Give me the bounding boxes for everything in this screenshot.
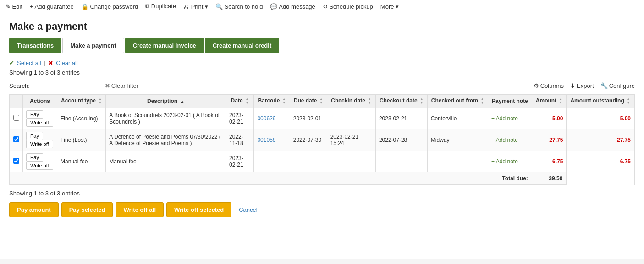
print-link[interactable]: 🖨 Print ▾ bbox=[183, 3, 208, 10]
table-container: Actions Account type ▲▼ Description ▲ Da… bbox=[9, 94, 635, 185]
sort-checkout: ▲▼ bbox=[420, 97, 424, 105]
col-amount[interactable]: Amount ▲▼ bbox=[532, 95, 567, 108]
action-buttons: Pay amount Pay selected Write off all Wr… bbox=[9, 202, 635, 217]
tab-transactions[interactable]: Transactions bbox=[9, 38, 61, 53]
row1-pay-button[interactable]: Pay bbox=[26, 110, 43, 119]
row1-due-date: 2023-02-01 bbox=[290, 108, 327, 129]
row2-due-date: 2022-07-30 bbox=[290, 129, 327, 151]
row3-pay-button[interactable]: Pay bbox=[26, 153, 43, 162]
x-clear-icon: ✖ bbox=[105, 82, 110, 89]
add-guarantee-link[interactable]: + Add guarantee bbox=[30, 3, 74, 10]
row2-date: 2022-11-18 bbox=[226, 129, 254, 151]
row3-checkbox[interactable] bbox=[13, 158, 19, 164]
add-message-link[interactable]: 💬 Add message bbox=[270, 3, 315, 10]
row3-due-date bbox=[290, 151, 327, 172]
payments-table: Actions Account type ▲▼ Description ▲ Da… bbox=[10, 94, 634, 185]
tab-bar: Transactions Make a payment Create manua… bbox=[9, 38, 635, 53]
schedule-pickup-link[interactable]: ↻ Schedule pickup bbox=[323, 3, 373, 10]
write-off-all-button[interactable]: Write off all bbox=[116, 202, 164, 217]
row3-date: 2023-02-21 bbox=[226, 151, 254, 172]
right-actions: ⚙ Columns ⬇ Export 🔧 Configure bbox=[534, 82, 635, 89]
duplicate-link[interactable]: ⧉ Duplicate bbox=[145, 3, 176, 10]
row3-checkbox-cell bbox=[10, 151, 23, 172]
more-link[interactable]: More ▾ bbox=[380, 3, 399, 10]
row2-pay-button[interactable]: Pay bbox=[26, 132, 43, 140]
row2-checkbox[interactable] bbox=[13, 136, 19, 142]
clear-filter-button[interactable]: ✖ Clear filter bbox=[105, 82, 138, 89]
sort-due-date: ▲▼ bbox=[319, 97, 323, 105]
write-off-selected-button[interactable]: Write off selected bbox=[166, 202, 231, 217]
sort-date: ▲▼ bbox=[245, 97, 249, 105]
row1-amount-outstanding: 5.00 bbox=[567, 108, 634, 129]
row3-checked-out-from bbox=[427, 151, 488, 172]
row1-barcode-link[interactable]: 000629 bbox=[257, 115, 275, 122]
col-checkout-date[interactable]: Checkout date ▲▼ bbox=[375, 95, 427, 108]
col-barcode[interactable]: Barcode ▲▼ bbox=[254, 95, 290, 108]
col-checked-out-from[interactable]: Checked out from ▲▼ bbox=[427, 95, 488, 108]
cancel-button[interactable]: Cancel bbox=[234, 203, 262, 217]
row1-add-note-button[interactable]: + Add note bbox=[491, 115, 518, 122]
row1-date: 2023-02-21 bbox=[226, 108, 254, 129]
sort-checkin: ▲▼ bbox=[368, 97, 371, 105]
table-row: Pay Write off Fine (Lost) A Defence of P… bbox=[10, 129, 634, 151]
total-value: 39.50 bbox=[549, 175, 562, 182]
row3-amount-outstanding: 6.75 bbox=[567, 151, 634, 172]
row1-description: A Book of Scoundrels 2023-02-01 ( A Book… bbox=[106, 108, 226, 129]
search-to-hold-link[interactable]: 🔍 Search to hold bbox=[215, 3, 263, 10]
row2-checkbox-cell bbox=[10, 129, 23, 151]
row2-add-note-button[interactable]: + Add note bbox=[491, 137, 518, 143]
row1-checkbox-cell bbox=[10, 108, 23, 129]
col-payment-note: Payment note bbox=[488, 95, 532, 108]
pay-selected-button[interactable]: Pay selected bbox=[61, 202, 113, 217]
tab-create-invoice[interactable]: Create manual invoice bbox=[125, 38, 204, 53]
col-amount-outstanding[interactable]: Amount outstanding ▲▼ bbox=[567, 95, 634, 108]
search-input[interactable] bbox=[33, 81, 101, 91]
row1-writeoff-button[interactable]: Write off bbox=[26, 119, 53, 127]
page-content: Make a payment Transactions Make a payme… bbox=[0, 13, 644, 259]
page-title: Make a payment bbox=[9, 21, 635, 32]
col-account-type[interactable]: Account type ▲▼ bbox=[57, 95, 106, 108]
pay-amount-button[interactable]: Pay amount bbox=[9, 202, 59, 217]
configure-button[interactable]: 🔧 Configure bbox=[600, 82, 635, 89]
row1-barcode: 000629 bbox=[254, 108, 290, 129]
clear-all-link[interactable]: Clear all bbox=[56, 59, 78, 66]
row2-checkout-date: 2022-07-28 bbox=[375, 129, 427, 151]
search-row: Search: ✖ Clear filter ⚙ Columns ⬇ Expor… bbox=[9, 81, 635, 91]
row3-writeoff-button[interactable]: Write off bbox=[26, 162, 53, 170]
total-row: Total due: 39.50 bbox=[10, 172, 634, 185]
select-all-link[interactable]: Select all bbox=[17, 59, 41, 66]
col-date[interactable]: Date ▲▼ bbox=[226, 95, 254, 108]
row3-actions: Pay Write off bbox=[23, 151, 57, 172]
row2-amount: 27.75 bbox=[532, 129, 567, 151]
configure-icon: 🔧 bbox=[600, 82, 608, 89]
select-all-col bbox=[10, 95, 23, 108]
col-actions: Actions bbox=[23, 95, 57, 108]
tab-make-payment[interactable]: Make a payment bbox=[62, 38, 124, 53]
separator: | bbox=[44, 59, 45, 66]
export-button[interactable]: ⬇ Export bbox=[570, 82, 594, 89]
row2-writeoff-button[interactable]: Write off bbox=[26, 140, 53, 148]
row2-barcode-link[interactable]: 001058 bbox=[257, 137, 275, 143]
row3-payment-note: + Add note bbox=[488, 151, 532, 172]
row3-add-note-button[interactable]: + Add note bbox=[491, 158, 518, 165]
sort-account-type: ▲▼ bbox=[98, 97, 102, 105]
columns-button[interactable]: ⚙ Columns bbox=[534, 82, 564, 89]
top-navigation: ✎ Edit + Add guarantee 🔒 Change password… bbox=[0, 0, 644, 13]
change-password-link[interactable]: 🔒 Change password bbox=[81, 3, 138, 10]
col-due-date[interactable]: Due date ▲▼ bbox=[290, 95, 327, 108]
row3-checkout-date bbox=[375, 151, 427, 172]
row1-checked-out-from: Centerville bbox=[427, 108, 488, 129]
search-label: Search: bbox=[9, 82, 30, 89]
row2-payment-note: + Add note bbox=[488, 129, 532, 151]
tab-create-credit[interactable]: Create manual credit bbox=[205, 38, 280, 53]
sort-amount: ▲▼ bbox=[559, 97, 562, 105]
row3-account-type: Manual fee bbox=[57, 151, 106, 172]
col-description[interactable]: Description ▲ bbox=[106, 95, 226, 108]
edit-link[interactable]: ✎ Edit bbox=[6, 3, 22, 10]
showing-entries-bottom: Showing 1 to 3 of 3 entries bbox=[9, 190, 635, 197]
row1-payment-note: + Add note bbox=[488, 108, 532, 129]
col-checkin-date[interactable]: Checkin date ▲▼ bbox=[327, 95, 375, 108]
row2-checkin-date: 2023-02-21 15:24 bbox=[327, 129, 375, 151]
export-icon: ⬇ bbox=[570, 82, 575, 89]
row1-checkbox[interactable] bbox=[13, 115, 19, 121]
